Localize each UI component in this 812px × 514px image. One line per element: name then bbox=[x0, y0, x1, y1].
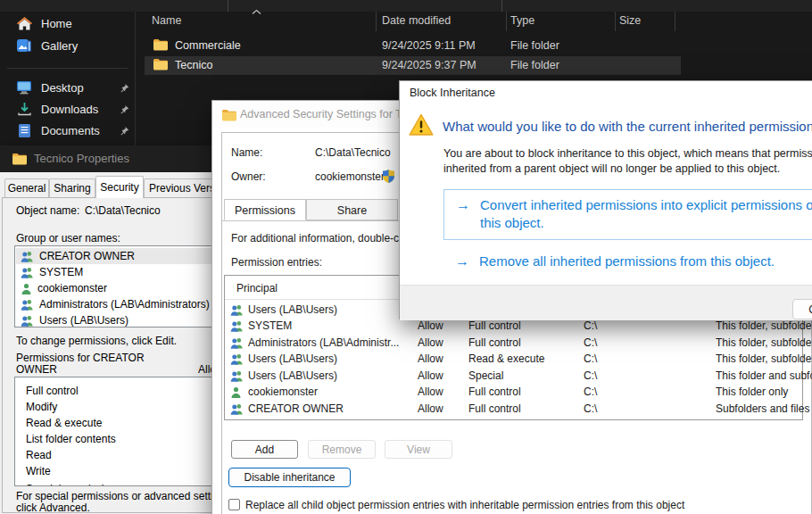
table-row[interactable]: Users (LAB\Users) Allow Special C:\ This… bbox=[225, 368, 802, 384]
cell-access: Full control bbox=[468, 402, 521, 415]
file-row-commerciale[interactable]: Commerciale 9/24/2025 9:11 PM File folde… bbox=[145, 37, 681, 55]
cell-type: Allow bbox=[418, 402, 443, 415]
sidebar-item-gallery[interactable]: Gallery bbox=[5, 36, 135, 55]
gallery-icon bbox=[16, 38, 32, 53]
permissions-for-label-line1: Permissions for CREATOR bbox=[16, 352, 145, 364]
cell-inherited-from: C:\ bbox=[584, 386, 597, 398]
sidebar-item-label: Home bbox=[41, 17, 72, 30]
permission-item[interactable]: Read bbox=[26, 449, 52, 461]
column-divider[interactable] bbox=[506, 12, 507, 31]
cell-access: Full control bbox=[468, 336, 521, 349]
cancel-button[interactable]: Cancel bbox=[792, 299, 812, 319]
column-divider[interactable] bbox=[615, 12, 616, 31]
owner-label: Owner: bbox=[231, 170, 266, 183]
cell-inherited-from: C:\ bbox=[584, 369, 597, 382]
dialog-title: Tecnico Properties bbox=[34, 152, 129, 165]
group-user-names-label: Group or user names: bbox=[16, 232, 120, 245]
top-strip-divider bbox=[228, 0, 228, 12]
user-icon bbox=[21, 283, 32, 294]
cell-principal: Users (LAB\Users) bbox=[248, 369, 337, 382]
sidebar-item-downloads[interactable]: Downloads bbox=[5, 99, 135, 119]
screen: Home Gallery Desktop Downloads bbox=[0, 0, 812, 514]
permission-entries-label: Permission entries: bbox=[231, 256, 322, 269]
table-row[interactable]: Users (LAB\Users) Allow Read & execute C… bbox=[225, 351, 802, 367]
table-row[interactable]: Administrators (LAB\Administr... Allow F… bbox=[225, 335, 802, 351]
file-date-modified: 9/24/2025 9:11 PM bbox=[382, 39, 476, 52]
sidebar-item-home[interactable]: Home bbox=[5, 13, 135, 33]
view-button[interactable]: View bbox=[385, 440, 452, 459]
tab-permissions[interactable]: Permissions bbox=[224, 199, 306, 220]
pin-icon[interactable] bbox=[120, 104, 129, 117]
group-name: cookiemonster bbox=[37, 282, 107, 294]
table-header-principal[interactable]: Principal bbox=[236, 282, 278, 294]
group-icon bbox=[230, 352, 244, 369]
table-row[interactable]: cookiemonster Allow Full control C:\ Thi… bbox=[225, 384, 802, 400]
tab-share[interactable]: Share bbox=[306, 199, 398, 220]
cell-principal: SYSTEM bbox=[248, 319, 292, 332]
object-name-value: C:\Data\Tecnico bbox=[85, 204, 161, 217]
command-link-label: Remove all inherited permissions from th… bbox=[479, 253, 775, 269]
column-header-size[interactable]: Size bbox=[619, 14, 641, 27]
sidebar-separator bbox=[7, 68, 128, 69]
remove-permissions-command-link[interactable]: → Remove all inherited permissions from … bbox=[443, 253, 812, 272]
sidebar-divider bbox=[135, 12, 136, 147]
column-header-name[interactable]: Name bbox=[152, 14, 181, 27]
block-inheritance-dialog: Block Inheritance What would you like to… bbox=[399, 80, 812, 319]
cell-type: Allow bbox=[418, 386, 443, 398]
convert-permissions-command-link[interactable]: → Convert inherited permissions into exp… bbox=[443, 189, 812, 240]
sidebar-item-label: Downloads bbox=[41, 103, 98, 116]
sidebar-item-desktop[interactable]: Desktop bbox=[5, 78, 135, 97]
column-header-date-modified[interactable]: Date modified bbox=[382, 14, 451, 27]
permission-item[interactable]: Read & execute bbox=[26, 417, 102, 429]
permission-item[interactable]: Modify bbox=[26, 401, 57, 413]
disable-inheritance-button[interactable]: Disable inheritance bbox=[228, 468, 351, 487]
remove-button[interactable]: Remove bbox=[308, 440, 376, 459]
tab-sharing[interactable]: Sharing bbox=[49, 178, 95, 197]
pin-icon[interactable] bbox=[120, 82, 129, 95]
cell-access: Full control bbox=[468, 386, 521, 398]
sort-ascending-icon bbox=[252, 3, 261, 19]
downloads-icon bbox=[16, 102, 32, 116]
cell-access: Special bbox=[468, 369, 503, 382]
cell-inherited-from: C:\ bbox=[584, 402, 597, 415]
permission-item[interactable]: List folder contents bbox=[26, 433, 116, 445]
name-label: Name: bbox=[231, 146, 262, 159]
cell-applies-to: Subfolders and files only bbox=[716, 402, 812, 415]
permission-item[interactable]: Full control bbox=[26, 385, 79, 397]
column-header-type[interactable]: Type bbox=[510, 14, 534, 27]
cell-type: Allow bbox=[418, 369, 443, 382]
pin-icon[interactable] bbox=[120, 125, 129, 138]
group-icon bbox=[21, 251, 34, 262]
file-type: File folder bbox=[510, 59, 559, 71]
replace-permissions-checkbox[interactable] bbox=[228, 499, 240, 510]
file-date-modified: 9/24/2025 9:37 PM bbox=[382, 59, 476, 71]
sidebar-item-documents[interactable]: Documents bbox=[5, 120, 135, 140]
desktop-icon bbox=[16, 80, 32, 95]
table-row[interactable]: CREATOR OWNER Allow Full control C:\ Sub… bbox=[225, 401, 802, 417]
permission-item[interactable]: Write bbox=[26, 465, 51, 477]
group-icon bbox=[21, 267, 34, 278]
cell-type: Allow bbox=[418, 352, 443, 365]
file-name: Commerciale bbox=[175, 39, 241, 52]
block-body-line1: You are about to block inheritance to th… bbox=[443, 147, 812, 160]
block-title-bar[interactable]: Block Inheritance bbox=[400, 81, 812, 104]
group-name: Users (LAB\Users) bbox=[39, 314, 128, 327]
add-button[interactable]: Add bbox=[231, 440, 298, 459]
column-divider[interactable] bbox=[376, 12, 377, 31]
cell-type: Allow bbox=[418, 336, 443, 349]
change-permissions-hint: To change permissions, click Edit. bbox=[16, 335, 177, 347]
cell-principal: Users (LAB\Users) bbox=[248, 303, 337, 316]
folder-icon bbox=[153, 39, 168, 54]
group-icon bbox=[21, 315, 34, 327]
column-divider[interactable] bbox=[675, 12, 675, 31]
cell-applies-to: This folder and subfolders bbox=[716, 369, 812, 382]
warning-icon bbox=[409, 113, 434, 140]
file-row-tecnico[interactable]: Tecnico 9/24/2025 9:37 PM File folder bbox=[145, 56, 681, 75]
tab-general[interactable]: General bbox=[4, 178, 49, 197]
owner-value: cookiemonster bbox=[315, 170, 385, 183]
permission-item[interactable]: Special permissions bbox=[26, 483, 121, 486]
command-link-label-line1: Convert inherited permissions into expli… bbox=[480, 197, 812, 212]
name-value: C:\Data\Tecnico bbox=[315, 146, 391, 159]
advanced-hint-line1: For special permissions or advanced sett… bbox=[16, 490, 233, 502]
tab-security[interactable]: Security bbox=[95, 176, 144, 198]
